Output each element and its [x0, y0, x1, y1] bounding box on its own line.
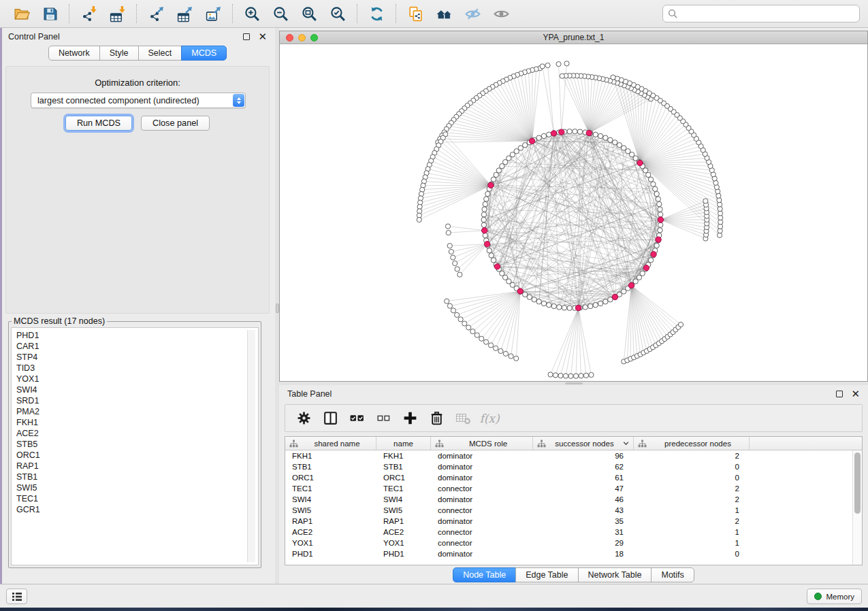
splitter-grip[interactable]	[276, 303, 279, 313]
mcds-result-item[interactable]: PHD1	[16, 330, 258, 341]
export-network-icon[interactable]	[142, 2, 170, 25]
table-tab-node-table[interactable]: Node Table	[453, 567, 516, 582]
cell[interactable]: 96	[533, 450, 634, 461]
mcds-result-item[interactable]: ORC1	[16, 450, 258, 461]
zoom-fit-icon[interactable]	[295, 2, 323, 25]
cell[interactable]: connector	[431, 538, 533, 548]
cell[interactable]: RAP1	[376, 516, 431, 527]
mcds-result-item[interactable]: FKH1	[16, 417, 258, 428]
column-header-name[interactable]: name	[376, 437, 431, 450]
cell[interactable]: PHD1	[376, 548, 431, 559]
mcds-result-item[interactable]: SRD1	[16, 395, 258, 406]
table-row[interactable]: STB1STB1dominator620	[285, 461, 852, 472]
cell[interactable]: connector	[431, 527, 533, 538]
cell[interactable]: 47	[533, 483, 634, 494]
cell[interactable]: TEC1	[285, 483, 376, 494]
column-header-shared-name[interactable]: shared name	[285, 437, 376, 450]
mcds-result-item[interactable]: TID3	[16, 363, 258, 374]
cell[interactable]: connector	[431, 505, 533, 516]
cell[interactable]: dominator	[431, 494, 533, 505]
cell[interactable]: 2	[634, 483, 750, 494]
table-row[interactable]: PHD1PHD1dominator180	[285, 548, 852, 559]
cell[interactable]: ORC1	[376, 472, 431, 483]
mcds-result-item[interactable]: YOX1	[16, 374, 258, 384]
refresh-view-icon[interactable]	[362, 2, 391, 25]
cell[interactable]: 35	[533, 516, 634, 527]
mcds-result-item[interactable]: STB1	[16, 472, 258, 482]
table-panel-float-icon[interactable]	[836, 391, 843, 397]
cell[interactable]: 61	[533, 472, 634, 483]
table-row[interactable]: SWI5SWI5connector431	[285, 505, 852, 516]
scrollbar-thumb[interactable]	[854, 452, 861, 514]
panel-list-button[interactable]	[6, 589, 27, 604]
cell[interactable]: 18	[533, 548, 634, 559]
save-session-icon[interactable]	[35, 2, 64, 25]
export-table-icon[interactable]	[170, 2, 199, 25]
cell[interactable]: 1	[634, 505, 750, 516]
cell[interactable]: dominator	[431, 548, 533, 559]
mcds-result-item[interactable]: STP4	[16, 352, 258, 363]
import-network-icon[interactable]	[74, 2, 103, 25]
cell[interactable]: dominator	[431, 450, 533, 461]
minimize-window-icon[interactable]	[298, 34, 306, 42]
cell[interactable]: connector	[431, 483, 533, 494]
tab-style[interactable]: Style	[99, 46, 139, 61]
export-image-icon[interactable]	[199, 2, 227, 25]
cell[interactable]: STB1	[376, 461, 431, 472]
cell[interactable]: 31	[533, 527, 634, 538]
show-all-icon[interactable]	[487, 2, 515, 25]
memory-button[interactable]: Memory	[807, 589, 862, 604]
cell[interactable]: FKH1	[376, 450, 431, 461]
table-panel-close-icon[interactable]: ✕	[851, 391, 860, 397]
cell[interactable]: 0	[634, 548, 750, 559]
mcds-result-item[interactable]: STB5	[16, 439, 258, 450]
cell[interactable]: dominator	[431, 516, 533, 527]
first-neighbors-icon[interactable]	[430, 2, 458, 25]
cell[interactable]: ACE2	[376, 527, 431, 538]
cell[interactable]: YOX1	[376, 538, 431, 548]
cell[interactable]: SWI4	[376, 494, 431, 505]
mcds-result-item[interactable]: TEC1	[16, 493, 258, 504]
select-all-icon[interactable]	[347, 408, 367, 429]
cell[interactable]: 29	[533, 538, 634, 548]
network-canvas[interactable]	[280, 44, 867, 381]
table-row[interactable]: SWI4SWI4dominator462	[285, 494, 852, 505]
cell[interactable]: ACE2	[285, 527, 376, 538]
cell[interactable]: 0	[634, 461, 750, 472]
mcds-result-item[interactable]: RAP1	[16, 461, 258, 472]
cell[interactable]: 1	[634, 527, 750, 538]
zoom-in-icon[interactable]	[238, 2, 266, 25]
table-row[interactable]: RAP1RAP1dominator352	[285, 516, 852, 527]
cell[interactable]: 43	[533, 505, 634, 516]
cell[interactable]: PHD1	[285, 548, 376, 559]
cell[interactable]: dominator	[431, 472, 533, 483]
cell[interactable]: 46	[533, 494, 634, 505]
cell[interactable]: ORC1	[285, 472, 376, 483]
control-panel-close-icon[interactable]: ✕	[258, 33, 267, 40]
cell[interactable]: SWI5	[376, 505, 431, 516]
cell[interactable]: 2	[634, 494, 750, 505]
splitter-grip[interactable]	[565, 382, 583, 384]
tab-select[interactable]: Select	[138, 46, 182, 61]
deselect-all-icon[interactable]	[373, 408, 393, 429]
table-row[interactable]: ACE2ACE2connector311	[285, 527, 852, 538]
table-row[interactable]: FKH1FKH1dominator962	[285, 450, 852, 461]
table-tab-edge-table[interactable]: Edge Table	[515, 567, 578, 582]
table-scrollbar[interactable]	[852, 450, 862, 565]
table-row[interactable]: ORC1ORC1dominator610	[285, 472, 852, 483]
cell[interactable]: 2	[634, 516, 750, 527]
run-mcds-button[interactable]: Run MCDS	[65, 116, 132, 131]
table-tab-network-table[interactable]: Network Table	[578, 567, 652, 582]
table-row[interactable]: YOX1YOX1connector291	[285, 538, 852, 548]
cell[interactable]: FKH1	[285, 450, 376, 461]
criterion-select[interactable]: largest connected component (undirected)	[31, 93, 246, 108]
cell[interactable]: STB1	[285, 461, 376, 472]
network-window-titlebar[interactable]: YPA_prune.txt_1	[280, 31, 867, 44]
column-header-predecessor-nodes[interactable]: predecessor nodes	[634, 437, 750, 450]
delete-column-icon[interactable]	[426, 408, 447, 429]
settings-gear-icon[interactable]	[293, 408, 314, 429]
tab-mcds[interactable]: MCDS	[181, 46, 227, 61]
close-panel-button[interactable]: Close panel	[141, 116, 210, 131]
add-column-icon[interactable]	[400, 408, 420, 429]
mcds-result-item[interactable]: ACE2	[16, 428, 258, 439]
